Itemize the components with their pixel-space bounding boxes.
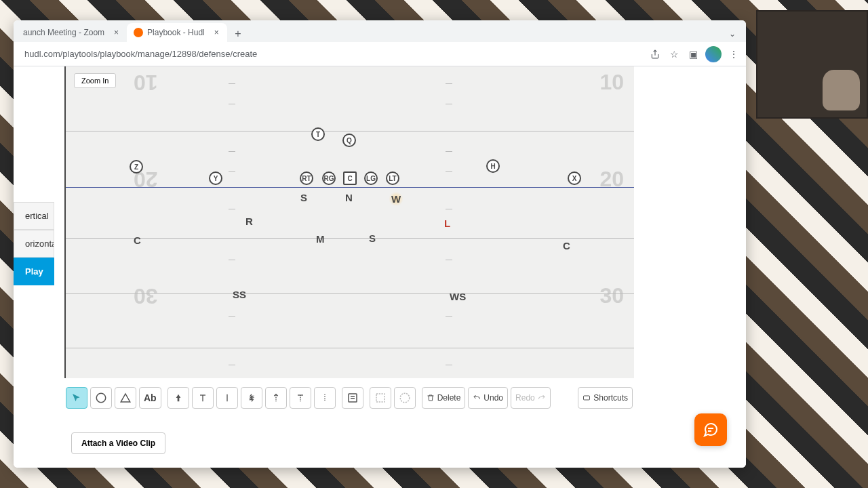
yard-number: 20 [599, 167, 624, 192]
svg-point-13 [400, 393, 410, 403]
browser-window: aunch Meeting - Zoom × Playbook - Hudl ×… [14, 20, 746, 468]
tab-hudl[interactable]: Playbook - Hudl × [127, 23, 227, 42]
hash-mark [446, 151, 452, 152]
tab-dropdown-icon[interactable]: ⌄ [724, 26, 741, 42]
play-button[interactable]: Play [14, 258, 54, 285]
text-tool[interactable]: Ab [139, 387, 161, 409]
flip-horizontal-button[interactable]: orizontal [14, 230, 54, 258]
shortcuts-label: Shortcuts [593, 393, 628, 403]
hash-mark [229, 171, 235, 172]
side-buttons: ertical orizontal Play [14, 202, 54, 285]
defender-w[interactable]: W [389, 192, 403, 206]
hash-mark [446, 365, 452, 365]
zoom-in-button[interactable]: Zoom In [74, 73, 116, 88]
hash-mark [446, 260, 452, 260]
delete-button[interactable]: Delete [422, 387, 466, 409]
tab-label: Playbook - Hudl [147, 28, 205, 37]
player-x[interactable]: X [568, 171, 581, 185]
svg-rect-14 [584, 396, 590, 400]
chat-button[interactable] [694, 413, 727, 446]
responsibility-table-header: Position Alignment Run Responsibility Pa… [64, 466, 634, 468]
hudl-favicon [134, 28, 143, 37]
dotted-arrow-tool[interactable] [265, 387, 287, 409]
undo-label: Undo [484, 393, 503, 403]
yard-number: 10 [134, 70, 158, 95]
th-position: Position [64, 466, 112, 468]
player-lt[interactable]: LT [386, 171, 399, 185]
flip-vertical-button[interactable]: ertical [14, 202, 54, 230]
yard-number: 30 [599, 283, 624, 308]
player-z[interactable]: Z [130, 160, 143, 174]
defender-ss[interactable]: SS [233, 289, 246, 300]
hash-mark [446, 104, 452, 104]
player-c[interactable]: C [343, 171, 357, 185]
note-tool[interactable] [342, 387, 363, 409]
player-h[interactable]: H [486, 159, 500, 173]
hash-mark [229, 83, 235, 84]
share-icon[interactable] [648, 47, 662, 61]
url-text[interactable]: hudl.com/playtools/playbook/manage/12898… [19, 49, 643, 59]
arrow-tool[interactable] [167, 387, 189, 409]
profile-avatar[interactable] [705, 46, 722, 62]
hash-mark [229, 316, 235, 317]
zigzag-tool[interactable] [241, 387, 262, 409]
yard-number: 30 [134, 283, 158, 308]
th-pass: Pass Responsibility [410, 466, 546, 468]
attach-video-button[interactable]: Attach a Video Clip [71, 432, 165, 454]
hash-mark [229, 151, 235, 152]
tab-zoom[interactable]: aunch Meeting - Zoom × [16, 23, 127, 42]
defender-ws[interactable]: WS [450, 291, 466, 302]
player-lg[interactable]: LG [364, 171, 378, 185]
undo-button[interactable]: Undo [468, 387, 508, 409]
url-bar: hudl.com/playtools/playbook/manage/12898… [14, 42, 746, 66]
football-field[interactable]: Zoom In 10 10 20 20 30 30 [64, 66, 634, 378]
th-run: Run Responsibility [200, 466, 410, 468]
triangle-tool[interactable] [115, 387, 136, 409]
play-editor-toolbar: Ab [64, 384, 634, 412]
redo-button[interactable]: Redo [511, 387, 551, 409]
hash-mark [446, 83, 452, 84]
defender-m[interactable]: M [316, 233, 325, 245]
zone-circle-tool[interactable] [394, 387, 416, 409]
bookmark-icon[interactable]: ☆ [667, 47, 681, 61]
defender-s2[interactable]: S [369, 232, 376, 244]
hash-mark [446, 316, 452, 317]
hash-mark [446, 171, 452, 172]
new-tab-button[interactable]: + [230, 26, 246, 42]
player-t[interactable]: T [311, 127, 325, 141]
defender-c-left[interactable]: C [134, 235, 141, 246]
defender-l[interactable]: L [444, 218, 450, 229]
defender-n[interactable]: N [345, 192, 353, 203]
webcam-overlay [756, 10, 868, 119]
close-icon[interactable]: × [114, 28, 119, 37]
select-tool[interactable] [66, 387, 87, 409]
delete-label: Delete [437, 393, 461, 403]
menu-icon[interactable]: ⋮ [727, 47, 741, 61]
hash-mark [229, 365, 235, 365]
defender-c-right[interactable]: C [563, 240, 570, 251]
shortcuts-button[interactable]: Shortcuts [578, 387, 633, 409]
circle-tool[interactable] [90, 387, 112, 409]
tab-bar: aunch Meeting - Zoom × Playbook - Hudl ×… [14, 20, 746, 42]
extensions-icon[interactable]: ▣ [686, 47, 700, 61]
dotted-block-tool[interactable] [290, 387, 311, 409]
yard-line [66, 131, 634, 131]
content-area: ertical orizontal Play Zoom In 10 10 20 … [14, 66, 746, 468]
line-of-scrimmage [66, 187, 634, 188]
yard-number: 10 [599, 70, 624, 95]
tab-label: aunch Meeting - Zoom [23, 28, 104, 37]
player-rg[interactable]: RG [322, 171, 336, 185]
hash-mark [229, 104, 235, 104]
zone-square-tool[interactable] [370, 387, 391, 409]
player-q[interactable]: Q [342, 134, 356, 147]
defender-r[interactable]: R [245, 216, 253, 227]
player-rt[interactable]: RT [300, 171, 313, 185]
close-icon[interactable]: × [214, 28, 219, 37]
redo-label: Redo [515, 393, 535, 403]
defender-s[interactable]: S [300, 192, 307, 203]
yard-line [66, 238, 634, 239]
dotted-line-tool[interactable] [314, 387, 336, 409]
line-tool[interactable] [216, 387, 238, 409]
player-y[interactable]: Y [209, 171, 222, 185]
block-tool[interactable] [192, 387, 214, 409]
